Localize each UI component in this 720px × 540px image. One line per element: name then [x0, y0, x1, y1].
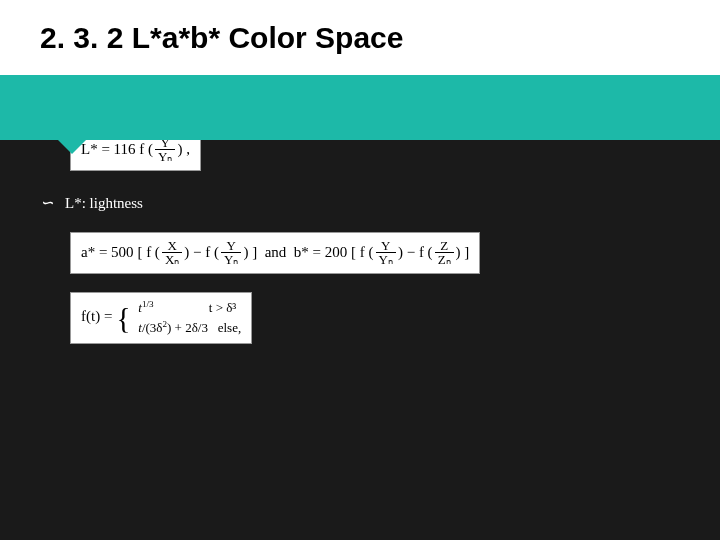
formula-text: ) ,	[177, 140, 190, 156]
formula-text: Y	[376, 239, 396, 254]
formula-text: −	[407, 243, 415, 259]
formula-text: f (	[146, 243, 160, 259]
formula-text: )	[243, 243, 248, 259]
formula-ab-row: a* = 500 [ f (XXₙ) − f (YYₙ) ] and b* = …	[70, 232, 680, 274]
formula-text: L* = 116	[81, 140, 136, 156]
formula-text: a* = 500	[81, 243, 134, 259]
formula-text: [	[137, 243, 142, 259]
header-notch-icon	[58, 140, 86, 154]
formula-text: −	[193, 243, 201, 259]
title-bar: 2. 3. 2 L*a*b* Color Space	[0, 0, 720, 75]
formula-text: Y	[221, 239, 241, 254]
brace-icon: {	[116, 304, 130, 331]
formula-text: f(t) =	[81, 308, 112, 324]
bullet-text: L*: lightness	[65, 193, 143, 213]
formula-text: f (	[419, 243, 433, 259]
formula-a-b-star: a* = 500 [ f (XXₙ) − f (YYₙ) ] and b* = …	[70, 232, 480, 274]
formula-text: Xₙ	[162, 253, 182, 267]
formula-text: )	[456, 243, 461, 259]
formula-text: Yₙ	[155, 150, 175, 164]
slide-title: 2. 3. 2 L*a*b* Color Space	[40, 21, 403, 55]
formula-text: Z	[435, 239, 454, 254]
header-band	[0, 75, 720, 140]
bullet-icon: ∽	[40, 193, 53, 214]
formula-text: t > δ³	[209, 300, 236, 315]
formula-text: b* = 200	[294, 243, 347, 259]
formula-text: ]	[464, 243, 469, 259]
formula-text: )	[398, 243, 403, 259]
formula-text: )	[184, 243, 189, 259]
formula-ft: f(t) = { t1/3 t > δ³ t/(3δ2) + 2δ/3 else…	[70, 292, 252, 344]
formula-text: f (	[205, 243, 219, 259]
formula-text: and	[265, 243, 287, 259]
formula-text: f (	[360, 243, 374, 259]
formula-text: Yₙ	[221, 253, 241, 267]
formula-text: ]	[252, 243, 257, 259]
formula-text: [	[351, 243, 356, 259]
formula-text: else,	[218, 321, 241, 336]
bullet-item: ∽ L*: lightness	[40, 193, 680, 214]
formula-text: X	[162, 239, 182, 254]
formula-text: Yₙ	[376, 253, 396, 267]
formula-text: f (	[139, 140, 153, 156]
formula-text: Zₙ	[435, 253, 454, 267]
